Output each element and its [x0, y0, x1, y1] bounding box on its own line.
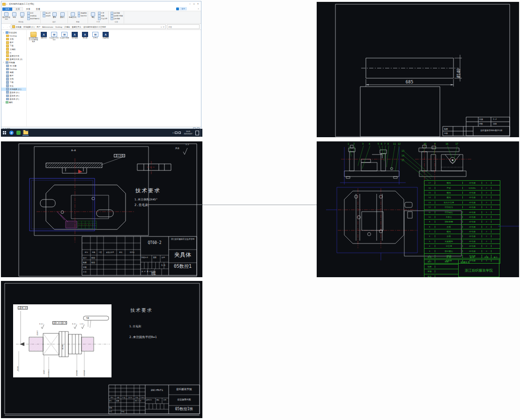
action-center-icon[interactable]: [195, 131, 199, 135]
tab-home[interactable]: 主页: [12, 7, 23, 11]
easy-access-button[interactable]: 轻松访问: [78, 15, 87, 17]
ime-icon[interactable]: [175, 132, 178, 134]
refresh-icon[interactable]: ⟳: [163, 26, 164, 28]
address-bar[interactable]: 此电脑本地磁盘 (C:)用户AdministratorDesktop大编辑新建文…: [11, 24, 166, 29]
sidebar-item[interactable]: 新建文件夹: [1, 54, 26, 58]
tab-share[interactable]: 共享: [23, 7, 33, 11]
show-desktop-button[interactable]: [200, 129, 201, 137]
balloon-number: 14: [401, 154, 404, 157]
balloon-number: 15: [401, 159, 404, 162]
drafter-label: 制图: [444, 128, 448, 130]
balloon-number: 16: [446, 142, 448, 145]
sidebar-item[interactable]: 3D 对象: [1, 64, 26, 67]
sidebar-item[interactable]: 下载: [1, 44, 26, 47]
sidebar-item[interactable]: 音乐: [1, 84, 26, 88]
pin-quick-access-button[interactable]: 固定到快速访问: [2, 12, 10, 21]
stage-label: 阶段标记: [141, 257, 148, 258]
sidebar-item[interactable]: 文档: [1, 77, 26, 81]
explorer-taskbar-button[interactable]: [22, 130, 29, 136]
file-explorer-panel: ∨ 齿轮轴的机械加工工艺规程 – □ × 文件 主页 共享 查看 登录: [1, 1, 202, 137]
taskbar-clock[interactable]: 16:05 2021/10/27: [182, 131, 194, 135]
sidebar-item[interactable]: 视频: [1, 71, 26, 74]
file-item[interactable]: 毕业设计工艺卡片: [49, 32, 59, 41]
signin-button[interactable]: 登录: [176, 7, 187, 10]
ribbon-group-new: 新建文件夹 新建项目 轻松访问 新建: [68, 11, 89, 23]
breadcrumb-segment[interactable]: 本地磁盘 (C:): [23, 26, 37, 28]
explorer-window: ∨ 齿轮轴的机械加工工艺规程 – □ × 文件 主页 共享 查看 登录: [1, 1, 201, 128]
dropdown-icon[interactable]: ∨: [161, 26, 162, 28]
paste-shortcut-button[interactable]: 粘贴快捷方式: [27, 17, 39, 20]
cad-fixture-drawing: A—A ▱0.05A 其余 3.2 技术要求 1.未注倒角2X45° 2.去毛刺…: [1, 141, 202, 277]
ribbon-collapse-icon[interactable]: ∧: [198, 7, 199, 10]
breadcrumb-segment[interactable]: 用户: [37, 26, 42, 28]
search-input[interactable]: 搜索: [167, 24, 200, 29]
up-button[interactable]: ↑: [9, 26, 10, 28]
bom-row: 9球型垫圈 45号钢2: [424, 220, 500, 224]
sidebar-item[interactable]: 新加卷 (F:): [1, 97, 26, 101]
breadcrumb-segment[interactable]: 新建文件夹: [72, 26, 83, 28]
class-name: 05数控1班: [170, 406, 199, 412]
tab-view[interactable]: 查看: [33, 7, 43, 11]
bom-row: 13导向定位键 45号钢2: [424, 200, 500, 205]
sidebar-item[interactable]: 新加卷 (E:): [1, 94, 26, 97]
sidebar-item[interactable]: 图片: [1, 74, 26, 77]
close-button[interactable]: ×: [197, 3, 199, 5]
network-item[interactable]: › 网络: [1, 101, 26, 104]
part-code: QT60-2: [141, 241, 168, 245]
sidebar-item[interactable]: 文档: [1, 37, 26, 41]
dim-3: Ø140: [61, 345, 64, 349]
this-pc-header[interactable]: ∨ 此电脑: [1, 61, 26, 64]
copy-to-button[interactable]: 复制到: [43, 15, 50, 17]
section-label: A—A: [71, 149, 76, 152]
maximize-button[interactable]: □: [193, 3, 195, 5]
sidebar-item[interactable]: 下载: [1, 81, 26, 84]
file-item[interactable]: 零件图: [80, 32, 90, 39]
delete-button[interactable]: 删除: [51, 12, 59, 21]
new-folder-button[interactable]: 新建文件夹: [69, 12, 77, 21]
rename-button[interactable]: 重命名: [59, 12, 67, 21]
app-taskbar-button[interactable]: [15, 130, 22, 136]
material-spec: 20CrMnTi: [146, 389, 168, 391]
forward-button[interactable]: →: [6, 26, 8, 28]
file-item[interactable]: 齿轮轴机械加工工艺规程及夹具: [29, 32, 38, 43]
start-button[interactable]: [1, 130, 7, 136]
bom-row: 15螺母 45号钢2: [424, 191, 500, 195]
paste-button[interactable]: 粘贴: [18, 12, 26, 21]
folder-icon: [2, 3, 6, 6]
breadcrumb-segment[interactable]: 此电脑: [15, 26, 23, 28]
invert-selection-button[interactable]: 反向选择: [111, 17, 123, 20]
volume-icon[interactable]: [178, 132, 181, 134]
sidebar-item[interactable]: m: [1, 51, 26, 54]
sidebar-item[interactable]: Desktop: [1, 34, 26, 37]
file-item[interactable]: 毕业设计说明: [59, 32, 69, 39]
sidebar-item[interactable]: 大编辑: [1, 47, 26, 51]
edge-taskbar-button[interactable]: e: [8, 130, 15, 136]
file-item[interactable]: 总装配图: [101, 32, 111, 39]
shaft-detail-inset: ◎Ø0.02 ∥0.011A—B 5B 0.8√ 0.8√ 1.6√ Ø16H7…: [13, 304, 111, 377]
sidebar-item[interactable]: Desktop: [1, 67, 26, 71]
tray-expand-icon[interactable]: ∧: [172, 132, 174, 134]
scale-label: 比例: [163, 399, 166, 401]
quick-access-header[interactable]: ∨ 快速访问: [1, 31, 26, 34]
sidebar-item[interactable]: 新建文件夹 (2): [1, 58, 26, 61]
copy-button[interactable]: 复制: [10, 12, 18, 21]
file-item[interactable]: 工序卡: [90, 32, 100, 39]
process-label: 工艺: [109, 411, 112, 413]
invert-selection-icon: [111, 17, 113, 20]
minimize-button[interactable]: –: [189, 3, 191, 5]
quick-access-toolbar[interactable]: ∨: [2, 3, 7, 6]
tab-file[interactable]: 文件: [2, 7, 12, 11]
breadcrumb-segment[interactable]: 大编辑: [64, 26, 72, 28]
breadcrumb-segment[interactable]: 齿轮轴的机械加工工艺规程: [83, 26, 107, 28]
history-button[interactable]: 历史记录: [98, 17, 107, 20]
breadcrumb-segment[interactable]: Desktop: [55, 26, 64, 28]
back-button[interactable]: ←: [3, 26, 5, 28]
sidebar-item[interactable]: 图片: [1, 41, 26, 44]
breadcrumb-segment[interactable]: Administrator: [42, 26, 55, 28]
sidebar-item[interactable]: 本地磁盘 (C:): [1, 88, 26, 91]
file-item[interactable]: 夹具体图: [70, 32, 80, 39]
file-item[interactable]: 6AGX45: [39, 32, 49, 39]
sidebar-item[interactable]: 新加卷 (D:): [1, 91, 26, 94]
properties-button[interactable]: 属性: [89, 12, 97, 21]
geometric-tolerance-frame: ▱0.05A: [114, 154, 125, 157]
